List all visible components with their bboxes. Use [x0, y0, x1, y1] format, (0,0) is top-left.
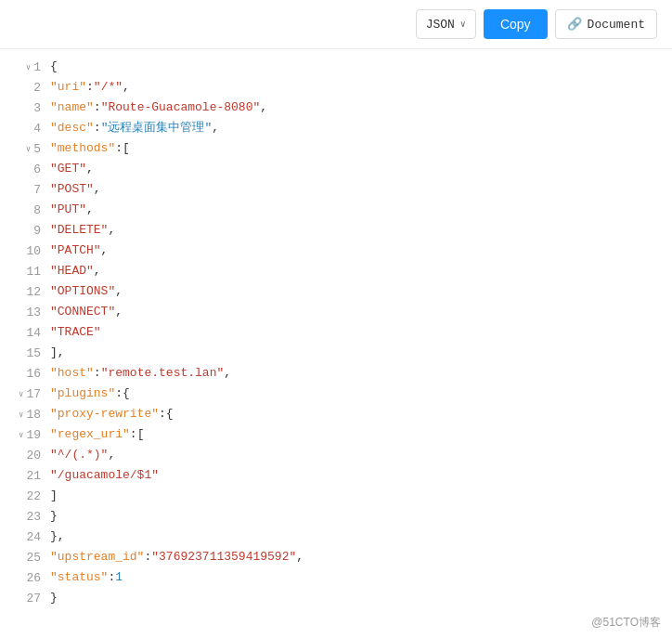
line-num: 7 — [33, 183, 41, 197]
collapse-arrow-icon[interactable]: ∨ — [19, 410, 23, 420]
line-num: 6 — [33, 163, 41, 176]
line-number: 24 — [0, 527, 46, 547]
line-number: 2 — [0, 77, 46, 98]
line-num: 26 — [26, 571, 41, 585]
line-number: 16 — [0, 363, 46, 384]
code-line: "TRACE" — [50, 322, 672, 343]
line-number: ∨19 — [0, 424, 46, 445]
line-num: 12 — [26, 285, 41, 299]
line-number: 7 — [0, 179, 46, 200]
line-number: 20 — [0, 445, 46, 465]
line-num: 17 — [26, 387, 41, 401]
code-line: "regex_uri": [ — [50, 424, 672, 445]
chevron-down-icon: ∨ — [460, 19, 466, 30]
line-number: 14 — [0, 322, 46, 343]
line-num: 2 — [33, 81, 41, 95]
code-line: ] — [50, 486, 672, 506]
code-line: "upstream_id": "376923711359419592", — [50, 547, 672, 567]
line-num: 4 — [33, 122, 41, 136]
code-line: ], — [50, 343, 672, 363]
line-num: 3 — [33, 101, 41, 115]
line-num: 24 — [26, 530, 41, 544]
code-line: "proxy-rewrite": { — [50, 404, 672, 424]
collapse-arrow-icon[interactable]: ∨ — [19, 430, 23, 440]
code-line: "DELETE", — [50, 220, 672, 241]
line-num: 15 — [26, 346, 41, 360]
line-number: 11 — [0, 261, 46, 281]
copy-button[interactable]: Copy — [484, 9, 548, 39]
collapse-arrow-icon[interactable]: ∨ — [19, 389, 23, 399]
code-line: "PUT", — [50, 200, 672, 220]
code-container: ∨1234∨5678910111213141516∨17∨18∨19202122… — [0, 49, 672, 638]
code-col: { "uri": "/*", "name": "Route-Guacamole-… — [46, 49, 672, 638]
code-line: "plugins": { — [50, 384, 672, 404]
line-number: ∨5 — [0, 138, 46, 159]
toolbar: JSON ∨ Copy 🔗 Document — [0, 0, 672, 49]
line-number: 15 — [0, 343, 46, 363]
code-line: "status": 1 — [50, 567, 672, 588]
line-num: 11 — [26, 265, 41, 279]
line-number: 9 — [0, 220, 46, 241]
line-num: 21 — [26, 469, 41, 483]
line-number: 22 — [0, 486, 46, 506]
line-numbers-col: ∨1234∨5678910111213141516∨17∨18∨19202122… — [0, 49, 46, 638]
line-number: 6 — [0, 159, 46, 179]
document-button[interactable]: 🔗 Document — [555, 9, 657, 39]
line-number: 4 — [0, 118, 46, 138]
line-num: 13 — [26, 306, 41, 319]
watermark: @51CTO博客 — [591, 615, 661, 631]
code-line: }, — [50, 527, 672, 547]
code-line: "desc": "远程桌面集中管理", — [50, 118, 672, 138]
line-num: 23 — [26, 510, 41, 524]
line-num: 1 — [33, 60, 41, 74]
line-number: 27 — [0, 588, 46, 608]
code-line: "uri": "/*", — [50, 77, 672, 98]
line-number: 13 — [0, 302, 46, 322]
line-num: 8 — [33, 203, 41, 217]
line-number: 26 — [0, 567, 46, 588]
code-line: "GET", — [50, 159, 672, 179]
line-number: ∨1 — [0, 57, 46, 77]
line-num: 16 — [26, 367, 41, 381]
line-num: 9 — [33, 224, 41, 238]
document-label: Document — [588, 18, 645, 32]
code-line: "CONNECT", — [50, 302, 672, 322]
line-number: 21 — [0, 465, 46, 486]
code-line: "name": "Route-Guacamole-8080", — [50, 98, 672, 118]
code-line: } — [50, 506, 672, 527]
line-number: 23 — [0, 506, 46, 527]
line-number: ∨17 — [0, 384, 46, 404]
line-number: 25 — [0, 547, 46, 567]
collapse-arrow-icon[interactable]: ∨ — [26, 144, 31, 154]
line-num: 18 — [26, 408, 41, 422]
line-number: 10 — [0, 241, 46, 261]
code-line: { — [50, 57, 672, 77]
line-num: 20 — [26, 449, 41, 462]
line-num: 10 — [26, 244, 41, 258]
link-icon: 🔗 — [567, 17, 582, 32]
code-line: "HEAD", — [50, 261, 672, 281]
collapse-arrow-icon[interactable]: ∨ — [26, 62, 31, 72]
code-line: "^/(.*)", — [50, 445, 672, 465]
code-line: "POST", — [50, 179, 672, 200]
line-num: 22 — [26, 489, 41, 503]
line-num: 14 — [26, 326, 41, 340]
json-format-select[interactable]: JSON ∨ — [416, 9, 476, 39]
line-num: 27 — [26, 592, 41, 605]
line-num: 25 — [26, 551, 41, 565]
code-line: "host": "remote.test.lan", — [50, 363, 672, 384]
code-line: "methods": [ — [50, 138, 672, 159]
code-line: "/guacamole/$1" — [50, 465, 672, 486]
code-line: "OPTIONS", — [50, 281, 672, 302]
line-num: 5 — [33, 142, 41, 156]
line-number: 12 — [0, 281, 46, 302]
format-label: JSON — [426, 18, 455, 32]
line-number: 8 — [0, 200, 46, 220]
line-number: 3 — [0, 98, 46, 118]
line-num: 19 — [26, 428, 41, 442]
code-line: } — [50, 588, 672, 608]
code-line: "PATCH", — [50, 241, 672, 261]
line-number: ∨18 — [0, 404, 46, 424]
